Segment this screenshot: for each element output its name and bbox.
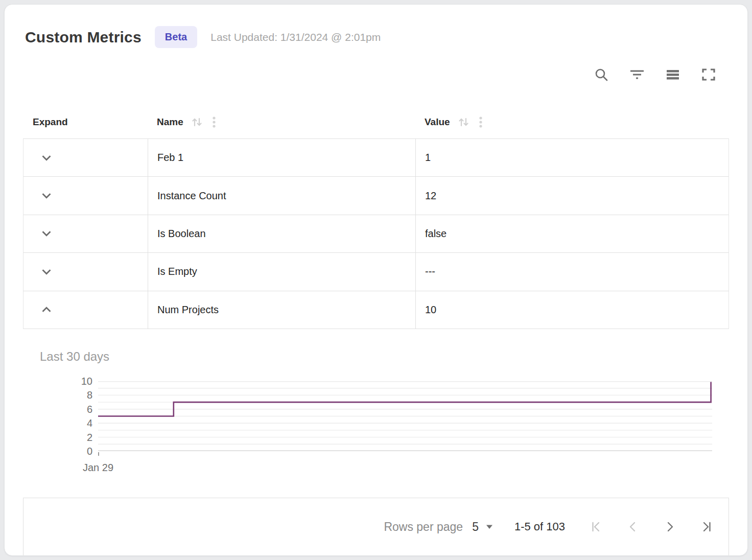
- fullscreen-icon[interactable]: [700, 66, 717, 83]
- chart-plot-svg: [98, 381, 712, 451]
- chart-x-label: Jan 29: [83, 462, 113, 474]
- cell-name: Is Empty: [148, 253, 415, 290]
- column-menu-icon[interactable]: [209, 115, 219, 129]
- table-row: Instance Count 12: [24, 177, 729, 215]
- cell-name: Instance Count: [148, 177, 415, 214]
- density-icon[interactable]: [665, 66, 681, 83]
- search-icon[interactable]: [593, 66, 609, 83]
- sort-icon[interactable]: [191, 115, 204, 129]
- chevron-down-icon: [486, 524, 493, 529]
- rows-per-page-select[interactable]: 5: [472, 520, 493, 534]
- column-header-name[interactable]: Name: [147, 105, 415, 138]
- chart-x-tick: [98, 452, 99, 456]
- row-detail-panel: Last 30 days 1086420 Jan 29: [23, 329, 729, 488]
- table-row: Is Empty ---: [24, 253, 729, 291]
- last-updated-text: Last Updated: 1/31/2024 @ 2:01pm: [210, 31, 381, 43]
- table-row: Num Projects 10: [24, 291, 729, 329]
- expand-chevron-icon[interactable]: [39, 226, 54, 241]
- chart-y-tick-label: 4: [40, 417, 92, 429]
- pagination-range-label: 1-5 of 103: [514, 520, 565, 533]
- chart-y-tick-label: 2: [40, 431, 92, 444]
- chart-y-tick-label: 6: [40, 403, 92, 415]
- collapse-chevron-icon[interactable]: [39, 302, 54, 317]
- last-page-icon[interactable]: [700, 520, 713, 533]
- table-footer: Rows per page 5 1-5 of 103: [23, 498, 729, 555]
- rows-per-page-value: 5: [472, 520, 479, 534]
- page-title: Custom Metrics: [25, 29, 142, 46]
- filter-icon[interactable]: [629, 66, 645, 83]
- cell-value: 10: [415, 291, 729, 329]
- chart-title: Last 30 days: [40, 349, 729, 364]
- pagination-nav: [590, 520, 713, 533]
- table-header-row: Expand Name Value: [23, 105, 729, 139]
- cell-value: false: [415, 215, 729, 252]
- custom-metrics-card: Custom Metrics Beta Last Updated: 1/31/2…: [4, 4, 748, 556]
- rows-per-page-label: Rows per page: [384, 520, 463, 534]
- table-row: Is Boolean false: [24, 215, 729, 253]
- expand-chevron-icon[interactable]: [39, 189, 54, 203]
- column-menu-icon[interactable]: [476, 115, 486, 129]
- chart-y-tick-label: 0: [40, 445, 92, 457]
- table-body: Feb 1 1 Instance Count 12 Is Boole: [23, 139, 729, 329]
- chart: 1086420 Jan 29: [40, 381, 729, 488]
- expand-chevron-icon[interactable]: [39, 151, 54, 165]
- cell-value: 1: [415, 139, 729, 176]
- beta-badge: Beta: [155, 26, 197, 48]
- column-header-value[interactable]: Value: [415, 105, 729, 138]
- first-page-icon[interactable]: [590, 520, 603, 533]
- page-header: Custom Metrics Beta Last Updated: 1/31/2…: [5, 5, 747, 48]
- cell-name: Feb 1: [148, 139, 415, 176]
- next-page-icon[interactable]: [663, 520, 676, 533]
- previous-page-icon[interactable]: [626, 520, 640, 533]
- column-label: Value: [425, 116, 450, 128]
- chart-y-tick-label: 8: [40, 389, 92, 401]
- chart-y-tick-label: 10: [40, 375, 92, 387]
- cell-value: ---: [415, 253, 729, 290]
- data-grid: Expand Name Value: [23, 105, 729, 498]
- cell-value: 12: [415, 177, 729, 214]
- grid-toolbar: [5, 66, 747, 83]
- cell-name: Is Boolean: [148, 215, 415, 252]
- column-label: Name: [157, 116, 183, 128]
- expand-chevron-icon[interactable]: [39, 265, 54, 279]
- sort-icon[interactable]: [457, 115, 471, 129]
- column-header-expand: Expand: [23, 105, 147, 138]
- column-label: Expand: [33, 116, 68, 128]
- chart-y-axis: 1086420: [40, 381, 92, 451]
- cell-name: Num Projects: [148, 291, 415, 329]
- table-row: Feb 1 1: [24, 139, 729, 177]
